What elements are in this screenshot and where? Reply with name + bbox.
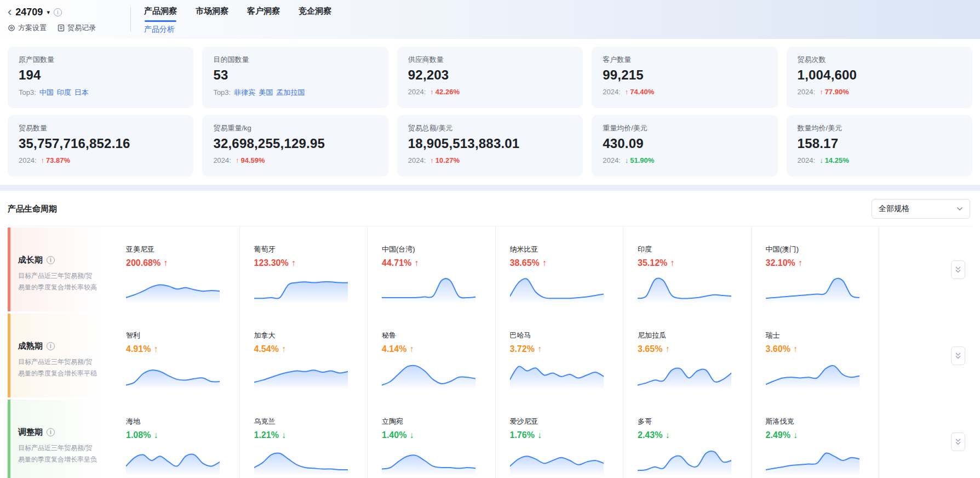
growth-rate: 3.65%↑ <box>638 344 742 354</box>
country-name: 纳米比亚 <box>510 244 615 254</box>
growth-rate: 3.72%↑ <box>510 344 615 354</box>
trend-down-icon: ↓ <box>819 156 823 164</box>
trend-pct: 51.90% <box>630 156 654 164</box>
growth-rate: 44.71%↑ <box>382 258 486 268</box>
header-left: ‹ 24709 ▾ i 方案设置 贸易记录 <box>0 0 130 39</box>
double-chevron-down-icon <box>955 352 961 360</box>
page-title: 24709 <box>15 7 43 18</box>
stat-card: 贸易总额/美元18,905,513,883.012024:↑10.27% <box>397 115 583 177</box>
stat-footer: 2024:↓51.90% <box>603 156 766 164</box>
sparkline-chart <box>510 274 604 303</box>
tab-市场洞察[interactable]: 市场洞察 <box>196 6 228 22</box>
trend-pct: 77.90% <box>825 88 849 96</box>
title-caret-down-icon[interactable]: ▾ <box>47 9 50 16</box>
country-name: 加拿大 <box>254 331 359 340</box>
stage-block-成熟期: 成熟期i目标产品近三年贸易额/贸易量的季度复合增长率平稳 <box>8 314 106 397</box>
spec-filter-select[interactable]: 全部规格 <box>872 199 970 219</box>
stat-card: 客户数量99,2152024:↑74.40% <box>592 47 777 108</box>
country-card: 瑞士3.60%↑ <box>752 312 880 399</box>
stat-card: 贸易重量/kg32,698,255,129.952024:↑94.59% <box>202 115 388 177</box>
trade-records-button[interactable]: 贸易记录 <box>58 23 96 33</box>
empty-card-slot <box>879 226 944 312</box>
sparkline-chart <box>766 360 859 389</box>
trend-up-icon: ↑ <box>409 344 414 354</box>
stage-info-icon[interactable]: i <box>47 342 55 350</box>
stat-label: 重量均价/美元 <box>603 123 766 133</box>
growth-rate: 38.65%↑ <box>510 258 615 268</box>
double-chevron-down-icon <box>955 438 961 446</box>
country-card: 印度35.12%↑ <box>623 226 752 312</box>
trend-down-icon: ↓ <box>625 156 629 164</box>
stage-info-icon[interactable]: i <box>47 428 55 436</box>
expand-row-button[interactable] <box>951 346 965 365</box>
trend-down-icon: ↓ <box>282 430 286 440</box>
top3-link[interactable]: 印度 <box>57 88 71 96</box>
trend-up-icon: ↑ <box>798 258 803 268</box>
tab-竞企洞察[interactable]: 竞企洞察 <box>299 6 331 22</box>
plan-settings-button[interactable]: 方案设置 <box>8 23 47 33</box>
country-name: 爱沙尼亚 <box>510 417 615 426</box>
country-card: 秘鲁4.14%↑ <box>368 312 496 399</box>
top3-link[interactable]: 日本 <box>74 88 89 96</box>
stage-info-icon[interactable]: i <box>47 256 55 264</box>
trend-up-icon: ↑ <box>163 258 168 268</box>
stat-label: 供应商数量 <box>408 55 572 65</box>
expand-row-button[interactable] <box>951 433 965 451</box>
sparkline-chart <box>638 274 731 303</box>
trend-down-icon: ↓ <box>537 430 542 440</box>
growth-rate: 2.43%↓ <box>638 430 742 440</box>
sparkline-chart <box>766 274 859 303</box>
stat-value: 18,905,513,883.01 <box>408 136 572 151</box>
back-icon[interactable]: ‹ <box>8 7 12 18</box>
lifecycle-row: 成长期i目标产品近三年贸易额/贸易量的季度复合增长率较高亚美尼亚200.68%↑… <box>8 226 972 312</box>
stat-card: 目的国数量53Top3:菲律宾美国孟加拉国 <box>202 47 388 108</box>
top3-link[interactable]: 菲律宾 <box>234 88 255 96</box>
country-card: 多哥2.43%↓ <box>623 399 752 478</box>
stat-label: 数量均价/美元 <box>798 123 961 133</box>
title-info-icon[interactable]: i <box>54 8 62 16</box>
tab-product-analysis[interactable]: 产品分析 <box>144 25 331 35</box>
year-label: 2024: <box>603 156 621 164</box>
trend-up-icon: ↑ <box>153 344 158 354</box>
tab-产品洞察[interactable]: 产品洞察 <box>144 6 177 22</box>
trend-down-icon: ↓ <box>153 430 158 440</box>
trend-up-icon: ↑ <box>670 258 674 268</box>
stats-panel: 原产国数量194Top3:中国印度日本目的国数量53Top3:菲律宾美国孟加拉国… <box>0 39 980 185</box>
trade-records-label: 贸易记录 <box>67 23 96 33</box>
country-name: 智利 <box>126 331 231 340</box>
year-label: 2024: <box>19 156 37 164</box>
top3-label: Top3: <box>19 88 36 96</box>
sparkline-chart <box>126 274 220 303</box>
trend-up-icon: ↑ <box>236 156 239 164</box>
country-card: 中国(澳门)32.10%↑ <box>752 226 880 312</box>
empty-card-slot <box>879 399 944 478</box>
stage-block-成长期: 成长期i目标产品近三年贸易额/贸易量的季度复合增长率较高 <box>8 227 106 311</box>
sparkline-chart <box>126 360 220 389</box>
trend-up-icon: ↑ <box>414 258 419 268</box>
growth-rate: 1.08%↓ <box>126 430 231 440</box>
plan-settings-label: 方案设置 <box>18 23 47 33</box>
stat-label: 原产国数量 <box>19 55 182 65</box>
country-name: 乌克兰 <box>254 417 359 426</box>
stat-value: 99,215 <box>603 67 766 83</box>
top3-link[interactable]: 中国 <box>39 88 54 96</box>
tab-客户洞察[interactable]: 客户洞察 <box>247 6 280 22</box>
growth-rate: 4.14%↑ <box>382 344 486 354</box>
top3-link[interactable]: 美国 <box>259 88 273 96</box>
main-tabs: 产品洞察市场洞察客户洞察竞企洞察 <box>144 6 331 22</box>
country-card: 巴哈马3.72%↑ <box>496 312 624 399</box>
expand-row-button[interactable] <box>951 260 965 279</box>
stat-label: 客户数量 <box>603 55 766 65</box>
stat-footer: Top3:中国印度日本 <box>19 88 182 98</box>
country-card: 亚美尼亚200.68%↑ <box>112 226 240 312</box>
country-card: 爱沙尼亚1.76%↓ <box>496 399 624 478</box>
stat-value: 194 <box>19 67 182 83</box>
spec-filter-value: 全部规格 <box>879 204 909 214</box>
trend-down-icon: ↓ <box>409 430 414 440</box>
top3-link[interactable]: 孟加拉国 <box>276 88 305 96</box>
trend-up-icon: ↑ <box>430 88 434 96</box>
growth-rate: 2.49%↓ <box>766 430 870 440</box>
growth-rate: 1.76%↓ <box>510 430 615 440</box>
country-name: 斯洛伐克 <box>766 417 870 426</box>
country-card: 中国(台湾)44.71%↑ <box>368 226 496 312</box>
